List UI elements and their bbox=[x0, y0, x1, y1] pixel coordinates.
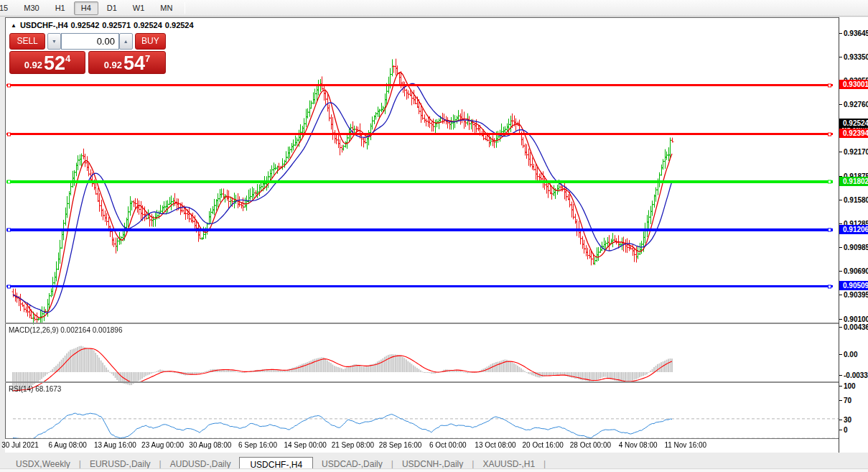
panel-splitter-rsi[interactable] bbox=[5, 381, 868, 383]
tick-mark bbox=[839, 152, 842, 152]
tick-mark bbox=[839, 354, 842, 355]
line-handle[interactable] bbox=[828, 132, 831, 136]
macd-label: MACD(12,26,9) 0.002164 0.001896 bbox=[9, 326, 122, 334]
spin-up-icon: ▲ bbox=[123, 39, 129, 44]
volume-input[interactable] bbox=[61, 33, 119, 50]
date-label: 4 Nov 08:00 bbox=[619, 441, 658, 449]
timeframe-H4[interactable]: H4 bbox=[74, 1, 98, 15]
axis-tick: 0.00 bbox=[839, 350, 868, 358]
horizontal-line-0.90509[interactable] bbox=[6, 285, 833, 287]
one-click-trading-panel: SELL ▼ ▲ BUY 0.92 52 4 0.92 54 7 bbox=[9, 33, 166, 74]
line-handle[interactable] bbox=[7, 228, 11, 232]
status-strip bbox=[0, 468, 868, 472]
axis-tick: -0.00336 bbox=[839, 371, 868, 379]
axis-tick: 30 bbox=[839, 416, 868, 425]
line-handle[interactable] bbox=[7, 284, 11, 288]
horizontal-line-0.91206[interactable] bbox=[6, 228, 833, 231]
date-label: 14 Sep 00:00 bbox=[284, 441, 327, 449]
collapse-icon[interactable]: ▲ bbox=[11, 22, 17, 29]
volume-decrease-button[interactable]: ▼ bbox=[47, 33, 61, 50]
tick-mark bbox=[839, 430, 842, 430]
axis-tick: 0.92760 bbox=[839, 101, 868, 109]
axis-tick: 0.93645 bbox=[839, 29, 868, 37]
date-label: 20 Oct 16:00 bbox=[523, 441, 564, 449]
price-badge-0.92524: 0.92524 bbox=[839, 119, 868, 128]
line-handle[interactable] bbox=[828, 83, 831, 87]
axis-tick: 70 bbox=[839, 396, 868, 404]
line-handle[interactable] bbox=[7, 132, 11, 136]
line-handle[interactable] bbox=[828, 180, 831, 184]
date-label: 6 Sep 16:00 bbox=[238, 441, 277, 449]
tick-mark bbox=[839, 57, 842, 57]
date-label: 21 Sep 08:00 bbox=[332, 441, 375, 449]
chart-title: ▲USDCHF-,H40.925420.925710.925240.92524 bbox=[11, 21, 197, 29]
date-axis[interactable]: 30 Jul 20216 Aug 08:0013 Aug 16:0023 Aug… bbox=[5, 438, 839, 453]
tick-mark bbox=[839, 400, 842, 401]
axis-tick: 0.91580 bbox=[839, 195, 868, 204]
panel-splitter-macd[interactable] bbox=[5, 323, 868, 324]
date-label: 13 Aug 16:00 bbox=[94, 441, 136, 449]
axis-tick: 100 bbox=[839, 381, 868, 390]
timeframe-toolbar: 15M30H1H4D1W1MN bbox=[0, 0, 868, 17]
sell-price-big: 52 bbox=[44, 52, 65, 74]
volume-increase-button[interactable]: ▲ bbox=[119, 33, 133, 50]
timeframe-MN[interactable]: MN bbox=[153, 1, 179, 15]
date-label: 6 Aug 08:00 bbox=[48, 441, 86, 449]
price-chart-canvas[interactable] bbox=[11, 36, 844, 456]
buy-price-big: 54 bbox=[123, 52, 145, 74]
timeframe-W1[interactable]: W1 bbox=[126, 1, 152, 15]
tick-mark bbox=[839, 200, 842, 200]
ohlc-high: 0.92571 bbox=[102, 21, 131, 29]
date-label: 28 Oct 00:00 bbox=[570, 441, 611, 449]
line-handle[interactable] bbox=[7, 83, 11, 87]
axis-tick: 0.90690 bbox=[839, 267, 868, 276]
ohlc-close: 0.92524 bbox=[165, 21, 194, 29]
sell-price-prefix: 0.92 bbox=[24, 60, 42, 70]
price-axis: 0.936450.933500.930550.927600.924650.921… bbox=[839, 17, 868, 453]
price-badge-0.90509: 0.90509 bbox=[839, 281, 868, 290]
chart-window bbox=[5, 17, 868, 453]
timeframe-15[interactable]: 15 bbox=[0, 1, 15, 15]
date-label: 13 Oct 08:00 bbox=[475, 441, 515, 449]
tick-mark bbox=[839, 271, 842, 272]
buy-button[interactable]: BUY bbox=[135, 33, 166, 50]
ohlc-open: 0.92542 bbox=[71, 21, 100, 29]
tick-mark bbox=[839, 223, 842, 224]
sell-button[interactable]: SELL bbox=[9, 33, 45, 50]
buy-price-panel[interactable]: 0.92 54 7 bbox=[88, 51, 166, 74]
axis-tick: 0.93350 bbox=[839, 52, 868, 61]
horizontal-line-0.91802[interactable] bbox=[6, 180, 833, 183]
tick-mark bbox=[839, 327, 842, 328]
line-handle[interactable] bbox=[7, 180, 11, 184]
tick-mark bbox=[839, 33, 842, 34]
axis-tick: 0.92170 bbox=[839, 148, 868, 157]
line-handle[interactable] bbox=[828, 228, 831, 232]
tick-mark bbox=[839, 104, 842, 105]
line-handle[interactable] bbox=[828, 284, 831, 288]
date-label: 30 Jul 2021 bbox=[1, 441, 39, 449]
date-label: 11 Nov 16:00 bbox=[664, 441, 706, 449]
buy-price-pip: 7 bbox=[145, 53, 150, 64]
sell-price-panel[interactable]: 0.92 52 4 bbox=[9, 51, 85, 74]
spin-down-icon: ▼ bbox=[52, 39, 57, 44]
toolbar-separator bbox=[185, 2, 185, 14]
rsi-label: RSI(14) 68.1673 bbox=[9, 385, 61, 393]
tick-mark bbox=[839, 319, 842, 320]
timeframe-D1[interactable]: D1 bbox=[100, 1, 124, 15]
tick-mark bbox=[839, 420, 842, 420]
tick-mark bbox=[839, 247, 842, 248]
timeframe-M30[interactable]: M30 bbox=[17, 1, 46, 15]
axis-tick: 0 bbox=[839, 425, 868, 434]
price-badge-0.92394: 0.92394 bbox=[839, 129, 868, 138]
price-badge-0.93001: 0.93001 bbox=[839, 80, 868, 89]
tick-mark bbox=[839, 386, 842, 387]
date-label: 6 Oct 00:00 bbox=[429, 441, 467, 449]
tick-mark bbox=[839, 295, 842, 295]
axis-tick: 0.004366 bbox=[839, 323, 868, 331]
horizontal-line-0.92394[interactable] bbox=[6, 133, 833, 135]
timeframe-H1[interactable]: H1 bbox=[48, 1, 73, 15]
date-label: 23 Aug 00:00 bbox=[141, 441, 184, 449]
horizontal-line-0.93001[interactable] bbox=[6, 84, 833, 86]
sell-price-pip: 4 bbox=[65, 53, 70, 64]
tick-mark bbox=[839, 375, 842, 376]
